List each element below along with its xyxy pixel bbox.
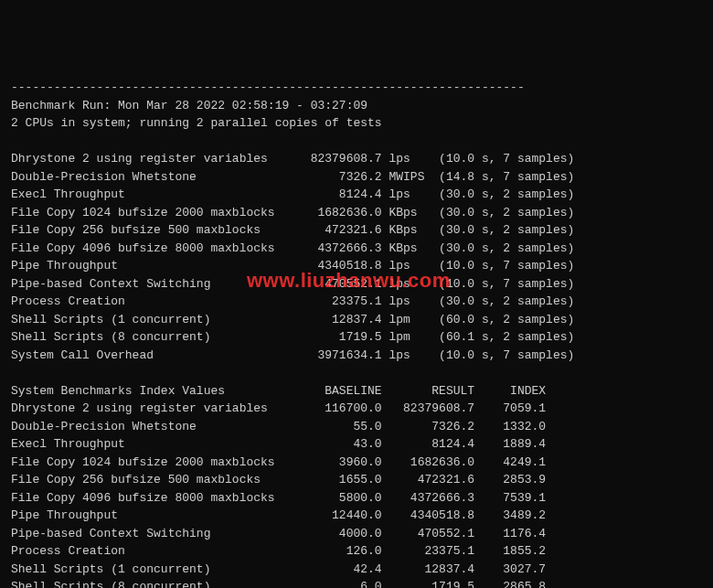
terminal-output: ----------------------------------------… [11,79,702,588]
